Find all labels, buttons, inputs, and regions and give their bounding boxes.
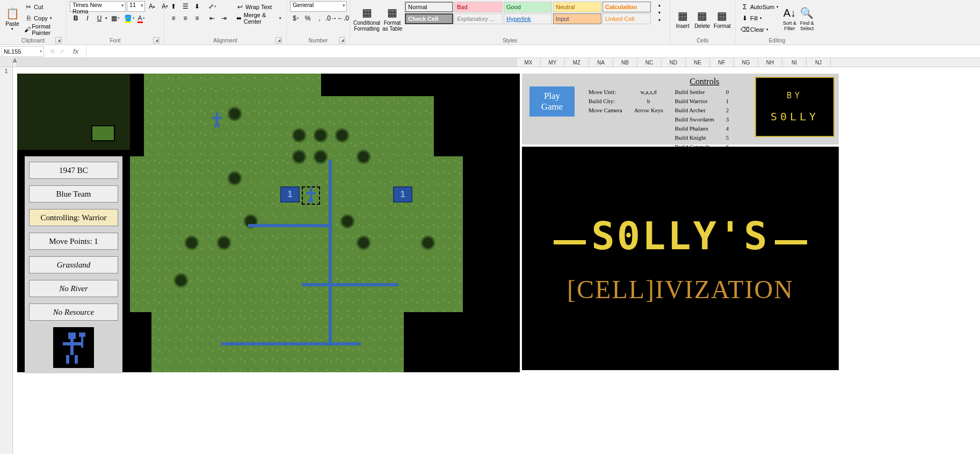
cut-button[interactable]: ✂Cut (23, 1, 63, 12)
col-header[interactable]: MY (541, 58, 565, 67)
controls-cell: Build Catapult (670, 142, 720, 150)
style-good[interactable]: Good (504, 2, 552, 12)
col-header[interactable]: MZ (565, 58, 589, 67)
format-painter-button[interactable]: 🖌Format Painter (23, 24, 63, 35)
increase-indent-button[interactable]: ⇥ (218, 13, 230, 24)
style-explanatory[interactable]: Explanatory ... (454, 13, 503, 24)
controls-cell: Build Warrior (670, 97, 720, 105)
decrease-decimal-button[interactable]: ←.0 (337, 13, 349, 24)
paste-icon: 📋 (5, 6, 20, 21)
style-neutral[interactable]: Neutral (553, 2, 601, 12)
info-river: No River (29, 280, 118, 297)
style-bad[interactable]: Bad (454, 2, 503, 12)
game-map[interactable]: 1 1 (130, 74, 520, 372)
unit-warrior[interactable] (304, 187, 317, 203)
fill-button[interactable]: ⬇Fill▾ (739, 12, 780, 24)
orientation-button[interactable]: ⤢ (206, 1, 218, 12)
col-header[interactable]: NC (637, 58, 662, 67)
play-game-button[interactable]: Play Game (529, 86, 575, 117)
insert-button[interactable]: ▦Insert (673, 1, 692, 35)
number-dialog-launcher[interactable]: ◢ (339, 37, 345, 44)
autosum-button[interactable]: ΣAutoSum▾ (739, 1, 780, 12)
comma-button[interactable]: , (314, 13, 325, 24)
col-header[interactable]: NG (734, 58, 758, 67)
col-header[interactable]: NE (686, 58, 710, 67)
fx-icon[interactable]: fx (70, 47, 82, 55)
conditional-formatting-button[interactable]: ▦Conditional Formatting (353, 1, 380, 35)
row-header-1[interactable]: 1 (0, 67, 13, 454)
fill-color-button[interactable]: 🪣 (124, 13, 135, 24)
enter-formula-icon[interactable]: ✓ (60, 47, 66, 55)
select-all-corner[interactable] (0, 58, 13, 67)
styles-scroll-up[interactable]: ▴ (654, 1, 665, 9)
number-format-combo[interactable]: General (290, 1, 347, 12)
clipboard-dialog-launcher[interactable]: ◢ (55, 37, 62, 44)
group-font: Times New Roma 11 A▴ A▾ B I U▾ ▦ 🪣 A Fon… (67, 0, 164, 45)
col-header[interactable]: MX (517, 58, 541, 67)
find-select-button[interactable]: 🔍Find & Select (799, 1, 815, 35)
format-button[interactable]: ▦Format (713, 1, 732, 35)
style-input[interactable]: Input (553, 13, 601, 24)
copy-button[interactable]: ⎘Copy▾ (23, 12, 63, 24)
align-right-button[interactable]: ≡ (191, 13, 203, 24)
alignment-dialog-launcher[interactable]: ◢ (275, 37, 282, 44)
bold-button[interactable]: B (70, 13, 82, 24)
col-header[interactable]: NI (782, 58, 807, 67)
column-headers[interactable]: A MX MY MZ NA NB NC ND NE NF NG NH NI NJ (0, 58, 980, 67)
worksheet: 1 1947 BC Blue Team Controlling: Warrior… (0, 67, 980, 454)
col-header-a[interactable]: A (13, 58, 17, 67)
align-left-button[interactable]: ≡ (168, 13, 179, 24)
style-linked-cell[interactable]: Linked Cell (602, 13, 651, 24)
delete-button[interactable]: ▦Delete (693, 1, 711, 35)
unit-sprite[interactable] (210, 112, 223, 127)
increase-font-button[interactable]: A▴ (146, 1, 158, 12)
col-header[interactable]: NB (613, 58, 637, 67)
italic-button[interactable]: I (82, 13, 93, 24)
controls-cell: Move Unit: (583, 88, 628, 96)
align-center-button[interactable]: ≡ (179, 13, 191, 24)
styles-more[interactable]: ▾ (654, 16, 665, 24)
merge-center-button[interactable]: ⬌Merge & Center▾ (234, 12, 283, 24)
increase-decimal-button[interactable]: .0→ (325, 13, 337, 24)
align-middle-button[interactable]: ☰ (179, 1, 191, 12)
border-button[interactable]: ▦ (110, 13, 121, 24)
sheet-body[interactable]: 1947 BC Blue Team Controlling: Warrior M… (13, 67, 980, 454)
style-normal[interactable]: Normal (405, 2, 453, 12)
style-check-cell[interactable]: Check Cell (405, 13, 453, 24)
col-header[interactable]: NH (758, 58, 782, 67)
clear-icon: ⌫ (741, 25, 749, 34)
decrease-indent-button[interactable]: ⇤ (206, 13, 218, 24)
col-header[interactable]: ND (662, 58, 686, 67)
format-as-table-button[interactable]: ▦Format as Table (381, 1, 403, 35)
col-header[interactable]: NF (710, 58, 734, 67)
sort-filter-button[interactable]: A↓Sort & Filter (781, 1, 797, 35)
city-marker[interactable]: 1 (393, 186, 412, 203)
align-bottom-button[interactable]: ⬇ (191, 1, 203, 12)
underline-button[interactable]: U (93, 13, 105, 24)
name-box[interactable]: NL155 (1, 46, 44, 57)
thin-column-range[interactable] (17, 58, 517, 67)
controls-cell: 2 (721, 106, 735, 114)
percent-button[interactable]: % (302, 13, 314, 24)
clear-button[interactable]: ⌫Clear▾ (739, 24, 780, 35)
font-size-combo[interactable]: 11 (127, 1, 145, 12)
formula-input[interactable] (86, 46, 980, 57)
copy-icon: ⎘ (24, 14, 33, 23)
style-hyperlink[interactable]: Hyperlink (504, 13, 552, 24)
style-calculation[interactable]: Calculation (602, 2, 651, 12)
font-dialog-launcher[interactable]: ◢ (153, 37, 159, 44)
font-color-button[interactable]: A (135, 13, 147, 24)
align-top-button[interactable]: ⬆ (168, 1, 179, 12)
city-marker[interactable]: 1 (280, 186, 300, 203)
wrap-text-button[interactable]: ↩Wrap Text (234, 1, 283, 12)
cancel-formula-icon[interactable]: ✕ (49, 47, 55, 55)
info-team: Blue Team (29, 185, 118, 203)
paste-button[interactable]: 📋 Paste ▾ (3, 1, 21, 35)
col-header[interactable]: NA (589, 58, 613, 67)
controls-cell (583, 115, 628, 123)
styles-scroll-down[interactable]: ▾ (654, 9, 665, 16)
font-name-combo[interactable]: Times New Roma (70, 1, 126, 12)
controls-cell: Build Phalanx (670, 124, 720, 132)
accounting-format-button[interactable]: $ (290, 13, 302, 24)
col-header[interactable]: NJ (807, 58, 831, 67)
